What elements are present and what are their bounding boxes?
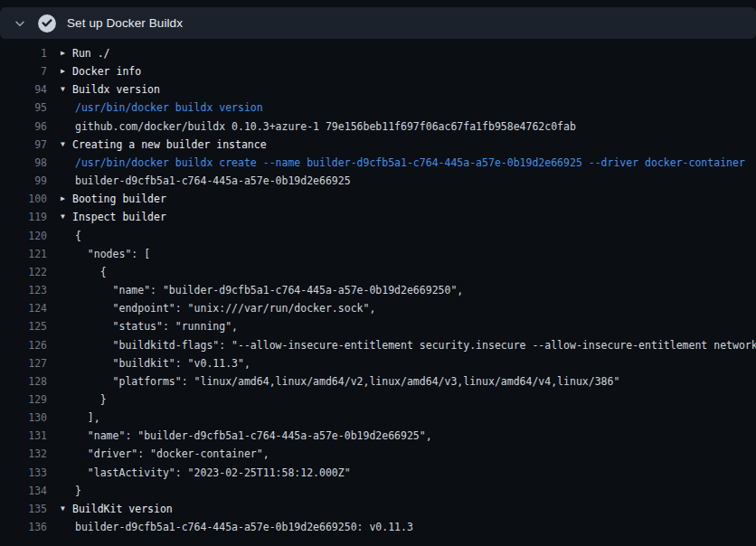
group-arrow-icon[interactable]: ▶ xyxy=(61,44,72,62)
log-text: ], xyxy=(75,409,100,427)
line-number[interactable]: 99 xyxy=(0,172,47,190)
step-header[interactable]: Set up Docker Buildx xyxy=(0,7,756,39)
log-row[interactable]: 100 ▶ Booting builder xyxy=(0,190,756,208)
log-row: 96 github.com/docker/buildx 0.10.3+azure… xyxy=(0,118,756,136)
log-text: "buildkit": "v0.11.3", xyxy=(75,354,250,372)
log-text: } xyxy=(75,482,81,500)
log-row: 129 } xyxy=(0,391,756,409)
log-text: "name": "builder-d9cfb5a1-c764-445a-a57e… xyxy=(75,281,463,299)
line-number[interactable]: 122 xyxy=(0,263,47,281)
line-number[interactable]: 123 xyxy=(0,281,47,299)
group-arrow-icon[interactable]: ▼ xyxy=(61,80,72,99)
log-row: 125 "status": "running", xyxy=(0,317,756,335)
line-number[interactable]: 96 xyxy=(0,118,47,136)
line-number[interactable]: 136 xyxy=(0,518,47,536)
log-row: 133 "lastActivity": "2023-02-25T11:58:12… xyxy=(0,464,756,482)
log-row: 126 "buildkitd-flags": "--allow-insecure… xyxy=(0,336,756,354)
line-number[interactable]: 126 xyxy=(0,336,47,354)
log-row: 123 "name": "builder-d9cfb5a1-c764-445a-… xyxy=(0,281,756,299)
log-row: 136 builder-d9cfb5a1-c764-445a-a57e-0b19… xyxy=(0,518,756,536)
log-text: builder-d9cfb5a1-c764-445a-a57e-0b19d2e6… xyxy=(75,172,351,190)
log-row: 128 "platforms": "linux/amd64,linux/amd6… xyxy=(0,372,756,391)
log-text: Creating a new builder instance xyxy=(72,136,267,154)
log-text: Buildx version xyxy=(72,80,160,99)
line-number[interactable]: 127 xyxy=(0,354,47,372)
line-number[interactable]: 128 xyxy=(0,372,47,391)
line-number[interactable]: 135 xyxy=(0,500,47,518)
log-text: /usr/bin/docker buildx create --name bui… xyxy=(75,154,745,172)
group-arrow-icon[interactable]: ▶ xyxy=(61,190,72,208)
log-text: builder-d9cfb5a1-c764-445a-a57e-0b19d2e6… xyxy=(75,518,413,536)
log-row: 131 "name": "builder-d9cfb5a1-c764-445a-… xyxy=(0,427,756,445)
log-row: 124 "endpoint": "unix:///var/run/docker.… xyxy=(0,299,756,317)
log-row[interactable]: 94 ▼ Buildx version xyxy=(0,80,756,99)
line-number[interactable]: 130 xyxy=(0,409,47,427)
group-arrow-icon[interactable]: ▶ xyxy=(61,62,72,80)
log-text: BuildKit version xyxy=(72,500,173,518)
log-text: { xyxy=(75,227,81,245)
line-number[interactable]: 129 xyxy=(0,391,47,409)
line-number[interactable]: 133 xyxy=(0,464,47,482)
log-text: Run ./ xyxy=(72,44,110,62)
line-number[interactable]: 98 xyxy=(0,154,47,172)
line-number[interactable]: 94 xyxy=(0,80,47,99)
log-text: Inspect builder xyxy=(72,208,166,226)
log-text: "platforms": "linux/amd64,linux/amd64/v2… xyxy=(75,372,619,391)
line-number[interactable]: 132 xyxy=(0,445,47,463)
line-number[interactable]: 1 xyxy=(0,44,47,62)
log-row: 99 builder-d9cfb5a1-c764-445a-a57e-0b19d… xyxy=(0,172,756,190)
log-row: 95 /usr/bin/docker buildx version xyxy=(0,99,756,117)
log-text: "buildkitd-flags": "--allow-insecure-ent… xyxy=(75,336,756,354)
line-number[interactable]: 120 xyxy=(0,227,47,245)
log-rows: 1 ▶ Run ./ 7 ▶ Docker info 94 ▼ Buildx v… xyxy=(0,39,756,536)
log-row[interactable]: 1 ▶ Run ./ xyxy=(0,44,756,62)
line-number[interactable]: 134 xyxy=(0,482,47,500)
log-text: "nodes": [ xyxy=(75,245,150,263)
group-arrow-icon[interactable]: ▼ xyxy=(61,208,72,226)
group-arrow-icon[interactable]: ▼ xyxy=(61,500,72,518)
log-row: 134 } xyxy=(0,482,756,500)
chevron-down-icon[interactable] xyxy=(13,16,27,31)
log-text: Booting builder xyxy=(72,190,166,208)
line-number[interactable]: 7 xyxy=(0,62,47,80)
check-circle-icon xyxy=(37,14,57,33)
log-row: 132 "driver": "docker-container", xyxy=(0,445,756,463)
log-row: 121 "nodes": [ xyxy=(0,245,756,263)
log-text: "name": "builder-d9cfb5a1-c764-445a-a57e… xyxy=(75,427,432,445)
log-text: "lastActivity": "2023-02-25T11:58:12.000… xyxy=(75,464,351,482)
log-row: 122 { xyxy=(0,263,756,281)
log-row[interactable]: 7 ▶ Docker info xyxy=(0,62,756,80)
log-row[interactable]: 97 ▼ Creating a new builder instance xyxy=(0,136,756,154)
log-text: } xyxy=(75,391,107,409)
line-number[interactable]: 131 xyxy=(0,427,47,445)
log-text: github.com/docker/buildx 0.10.3+azure-1 … xyxy=(75,118,576,136)
line-number[interactable]: 124 xyxy=(0,299,47,317)
log-text: Docker info xyxy=(72,62,141,80)
line-number[interactable]: 119 xyxy=(0,208,47,226)
log-text: "endpoint": "unix:///var/run/docker.sock… xyxy=(75,299,375,317)
line-number[interactable]: 100 xyxy=(0,190,47,208)
line-number[interactable]: 125 xyxy=(0,317,47,335)
log-row[interactable]: 135 ▼ BuildKit version xyxy=(0,500,756,518)
log-text: /usr/bin/docker buildx version xyxy=(75,99,263,117)
log-text: "driver": "docker-container", xyxy=(75,445,269,463)
log-row: 98 /usr/bin/docker buildx create --name … xyxy=(0,154,756,172)
log-text: { xyxy=(75,263,107,281)
group-arrow-icon[interactable]: ▼ xyxy=(61,136,72,154)
log-row: 127 "buildkit": "v0.11.3", xyxy=(0,354,756,372)
log-row[interactable]: 119 ▼ Inspect builder xyxy=(0,208,756,226)
log-row: 130 ], xyxy=(0,409,756,427)
line-number[interactable]: 121 xyxy=(0,245,47,263)
log-text: "status": "running", xyxy=(75,317,238,335)
log-row: 120 { xyxy=(0,227,756,245)
line-number[interactable]: 95 xyxy=(0,99,47,117)
line-number[interactable]: 97 xyxy=(0,136,47,154)
step-title: Set up Docker Buildx xyxy=(67,16,183,30)
